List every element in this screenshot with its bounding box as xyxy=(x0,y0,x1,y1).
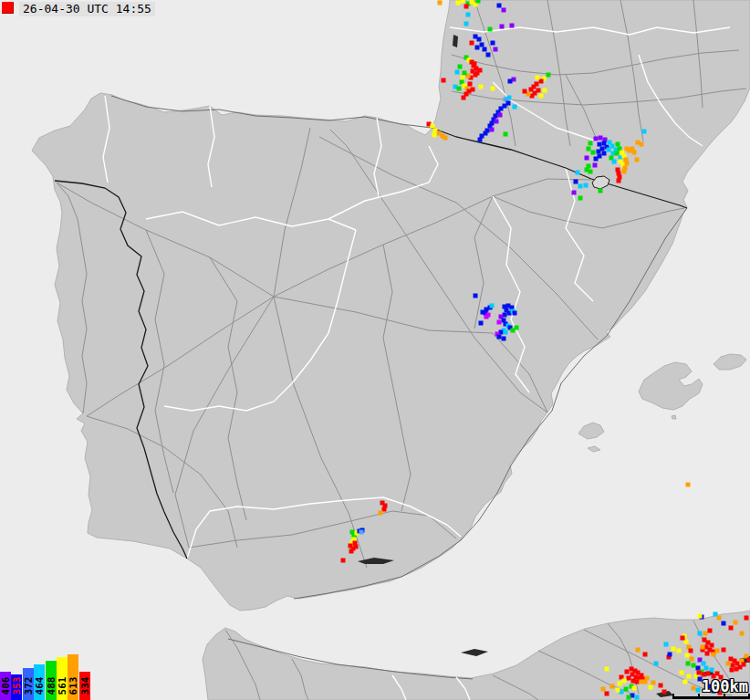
lightning-strike xyxy=(504,132,508,137)
lightning-map[interactable]: 26-04-30 UTC 14:55 406353372464488561613… xyxy=(0,0,750,700)
lightning-strike xyxy=(497,4,502,8)
lightning-strike xyxy=(458,65,463,69)
lightning-strike xyxy=(683,680,688,684)
lightning-strike xyxy=(662,690,667,695)
lightning-strike xyxy=(479,85,484,89)
lightning-strike xyxy=(379,511,383,516)
legend-bar-count: 464 xyxy=(34,677,46,695)
lightning-strike xyxy=(705,652,710,656)
lightning-strike xyxy=(461,76,465,80)
lightning-strike xyxy=(585,156,589,161)
lightning-strike xyxy=(635,158,640,162)
scale-label: 100km xyxy=(702,677,748,695)
lightning-strike xyxy=(689,649,693,653)
lightning-strike xyxy=(510,24,515,28)
scale-bar xyxy=(672,696,750,699)
lightning-strike xyxy=(636,648,641,653)
lightning-strike xyxy=(601,687,606,692)
lightning-strike xyxy=(664,643,669,647)
lightning-strike xyxy=(615,151,620,156)
lightning-strike xyxy=(494,47,498,52)
lightning-strike xyxy=(463,71,467,76)
lightning-strike xyxy=(742,663,746,667)
lightning-strike xyxy=(578,196,583,201)
lightning-strike xyxy=(702,662,706,666)
lightning-strike xyxy=(605,667,609,672)
legend-bar-count: 353 xyxy=(11,677,23,695)
lightning-strike xyxy=(690,657,694,662)
lightning-strike xyxy=(574,180,578,184)
lightning-strike xyxy=(457,87,462,91)
lightning-strike xyxy=(698,614,703,619)
scale-tick xyxy=(698,694,700,699)
lightning-strike xyxy=(680,671,684,675)
lightning-strike xyxy=(481,310,485,315)
lightning-strike xyxy=(578,184,583,189)
legend-bar-count: 613 xyxy=(68,677,79,695)
lightning-strike xyxy=(593,163,598,168)
lightning-strike xyxy=(625,670,630,674)
lightning-strike xyxy=(536,76,540,80)
lightning-strike xyxy=(598,142,602,147)
lightning-strike xyxy=(710,643,714,648)
lightning-strike xyxy=(640,142,644,147)
lightning-strike xyxy=(692,663,696,668)
lightning-strike xyxy=(698,632,703,636)
lightning-strike xyxy=(349,549,354,554)
lightning-strike xyxy=(486,53,491,57)
lightning-strike xyxy=(468,82,473,87)
legend-bar-count: 334 xyxy=(78,677,90,695)
live-marker-icon xyxy=(2,2,14,14)
lightning-strike xyxy=(599,189,603,193)
lightning-strike xyxy=(701,645,705,650)
lightning-strike xyxy=(438,1,443,5)
lightning-strike xyxy=(686,483,691,487)
lightning-strike xyxy=(697,671,702,675)
legend-bar: 334 xyxy=(79,672,90,700)
scale-tick xyxy=(724,694,725,699)
lightning-strike xyxy=(491,41,495,46)
lightning-strike xyxy=(594,157,599,162)
lightning-strike xyxy=(624,687,629,692)
lightning-strike xyxy=(359,530,364,535)
lightning-strike xyxy=(645,676,650,681)
lightning-strike xyxy=(462,96,466,100)
lightning-strike xyxy=(464,5,469,9)
lightning-strike xyxy=(587,147,591,151)
scale-tick xyxy=(672,694,674,699)
lightning-strike xyxy=(692,686,696,691)
lightning-strike xyxy=(686,662,691,666)
lightning-strike xyxy=(591,151,596,155)
lightning-strike xyxy=(497,335,502,340)
lightning-strike xyxy=(627,676,631,681)
legend-bar: 561 xyxy=(57,657,68,700)
legend-bar-count: 372 xyxy=(22,677,34,695)
lightning-strike xyxy=(612,160,617,164)
lightning-strike xyxy=(722,622,726,626)
cabrera-island xyxy=(672,415,676,419)
lightning-strike xyxy=(584,183,589,188)
lightning-strike xyxy=(730,668,734,673)
lightning-strike xyxy=(703,632,708,636)
lightning-strike xyxy=(594,137,599,141)
lightning-strike xyxy=(589,141,593,146)
lightning-strike xyxy=(625,162,630,166)
lightning-strike xyxy=(354,545,359,549)
lightning-strike xyxy=(734,621,738,625)
lightning-strike xyxy=(502,337,506,341)
lightning-strike xyxy=(515,326,519,330)
lightning-strike xyxy=(677,649,682,653)
lightning-strike xyxy=(635,680,640,684)
lightning-strike xyxy=(543,89,547,93)
legend-bar: 372 xyxy=(23,668,34,700)
lightning-strike xyxy=(475,46,480,50)
lightning-strike xyxy=(659,684,663,688)
lightning-strike xyxy=(708,629,713,633)
lightning-strike xyxy=(502,8,506,13)
lightning-strike xyxy=(500,25,505,29)
strike-count-legend: 406353372464488561613334 xyxy=(0,653,93,700)
lightning-strike xyxy=(539,94,544,99)
lightning-strike xyxy=(618,682,622,686)
lightning-strike xyxy=(523,89,527,94)
timestamp-text: 26-04-30 UTC 14:55 xyxy=(19,2,155,16)
